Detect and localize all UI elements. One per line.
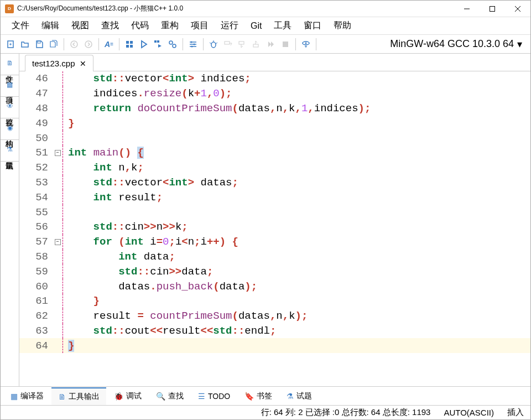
svg-point-22 [194, 43, 195, 45]
continue-button[interactable] [264, 38, 278, 51]
svg-rect-10 [126, 41, 129, 44]
add-watch-button[interactable] [299, 38, 313, 51]
close-button[interactable] [505, 1, 530, 17]
minimize-icon [464, 6, 470, 12]
btab-bookmarks[interactable]: 🔖书签 [238, 388, 279, 405]
svg-rect-11 [130, 41, 133, 44]
btab-todo[interactable]: ☰TODO [191, 388, 237, 404]
back-button[interactable] [67, 38, 81, 51]
left-tab-structure[interactable]: ◉结构 [1, 118, 19, 140]
step-out-button[interactable] [250, 38, 263, 51]
toolbar: A≡ MinGW-w64 GCC 10.3.0 64 ▾ [1, 35, 530, 54]
open-icon [20, 40, 29, 49]
bug-icon: 🐞 [114, 392, 123, 401]
menu-help[interactable]: 帮助 [328, 18, 357, 34]
left-tab-problems[interactable]: ⚗试题集 [1, 140, 19, 162]
svg-point-23 [191, 45, 193, 47]
compile-run-button[interactable] [152, 38, 165, 51]
step-into-button[interactable] [236, 38, 249, 51]
stop-button[interactable] [279, 38, 292, 51]
debug-icon [209, 40, 218, 49]
status-encoding: AUTO(ASCII) [444, 408, 494, 417]
svg-point-24 [211, 42, 216, 48]
menu-project[interactable]: 项目 [185, 18, 214, 34]
project-icon: ▦ [7, 81, 13, 89]
file-tab-close-button[interactable]: ✕ [80, 59, 86, 68]
btab-problems[interactable]: ⚗试题 [280, 388, 319, 405]
maximize-button[interactable] [480, 1, 505, 17]
menu-view[interactable]: 视图 [66, 18, 95, 34]
reformat-button[interactable]: A≡ [102, 38, 116, 51]
left-tab-strip: 🗎文件 ▦项目 👁监视 ◉结构 ⚗试题集 [1, 54, 19, 386]
close-icon [515, 6, 520, 12]
forward-icon [84, 40, 93, 49]
fold-toggle[interactable]: − [55, 239, 61, 245]
menu-file[interactable]: 文件 [6, 18, 35, 34]
save-icon [35, 40, 44, 49]
step-over-button[interactable] [221, 38, 235, 51]
list-icon: ☰ [198, 392, 205, 401]
left-tab-project[interactable]: ▦项目 [1, 75, 19, 97]
rebuild-button[interactable] [166, 38, 179, 51]
compiler-selector[interactable]: MinGW-w64 GCC 10.3.0 64 ▾ [385, 37, 527, 52]
forward-button[interactable] [82, 38, 95, 51]
btab-label: TODO [208, 392, 230, 401]
file-tab-name: test123.cpp [32, 59, 75, 68]
file-icon: 🗎 [7, 59, 13, 67]
menu-git[interactable]: Git [245, 19, 267, 33]
back-icon [70, 40, 79, 49]
btab-debug[interactable]: 🐞调试 [107, 388, 148, 405]
code-editor[interactable]: 46 std::vector<int> indices; 47 indices.… [19, 71, 530, 386]
compile-icon [125, 40, 134, 49]
svg-rect-14 [154, 40, 157, 43]
btab-label: 书签 [257, 391, 272, 401]
rebuild-icon [168, 40, 177, 49]
svg-point-21 [191, 41, 192, 43]
left-tab-files[interactable]: 🗎文件 [1, 54, 19, 75]
btab-label: 工具输出 [69, 392, 100, 402]
open-file-button[interactable] [18, 38, 32, 51]
new-file-button[interactable] [4, 38, 17, 51]
save-button[interactable] [33, 38, 46, 51]
btab-label: 调试 [126, 391, 142, 401]
run-button[interactable] [137, 38, 150, 51]
left-tab-watch[interactable]: 👁监视 [1, 97, 19, 118]
svg-rect-13 [130, 45, 133, 48]
minimize-button[interactable] [454, 1, 480, 17]
continue-icon [267, 40, 275, 49]
menu-tools[interactable]: 工具 [268, 18, 297, 34]
btab-search[interactable]: 🔍查找 [149, 388, 190, 405]
menu-refactor[interactable]: 重构 [155, 18, 184, 34]
grid-icon: ▦ [11, 392, 18, 401]
menu-search[interactable]: 查找 [96, 18, 124, 34]
save-all-button[interactable] [47, 38, 60, 51]
watch-icon [301, 40, 310, 49]
menu-run[interactable]: 运行 [215, 18, 244, 34]
file-tab[interactable]: test123.cpp ✕ [25, 55, 93, 71]
step-out-icon [252, 40, 261, 49]
options-button[interactable] [186, 38, 200, 51]
run-icon [139, 40, 148, 49]
app-icon: D [5, 4, 14, 13]
menu-window[interactable]: 窗口 [298, 18, 327, 34]
menu-edit[interactable]: 编辑 [36, 18, 65, 34]
compile-button[interactable] [123, 38, 136, 51]
btab-compiler[interactable]: ▦编译器 [4, 388, 50, 405]
svg-line-26 [210, 43, 211, 44]
svg-point-16 [169, 41, 173, 44]
bookmark-icon: 🔖 [244, 392, 254, 401]
window-title: C:/Users/Roy/Documents/test123.cpp - 小熊猫… [17, 4, 454, 13]
svg-point-17 [173, 44, 176, 48]
titlebar: D C:/Users/Roy/Documents/test123.cpp - 小… [1, 1, 530, 17]
svg-rect-28 [225, 42, 230, 44]
compile-run-icon [154, 40, 163, 49]
svg-point-33 [305, 42, 307, 44]
flask-icon: ⚗ [7, 146, 13, 153]
btab-tool-output[interactable]: 🗎工具输出 [51, 387, 106, 405]
save-all-icon [49, 40, 58, 49]
fold-toggle[interactable]: − [55, 150, 61, 156]
menu-code[interactable]: 代码 [126, 18, 154, 34]
statusbar: 行: 64 列: 2 已选择 :0 总行数: 64 总长度: 1193 AUTO… [1, 405, 530, 419]
debug-button[interactable] [207, 38, 220, 51]
btab-label: 试题 [296, 391, 312, 401]
